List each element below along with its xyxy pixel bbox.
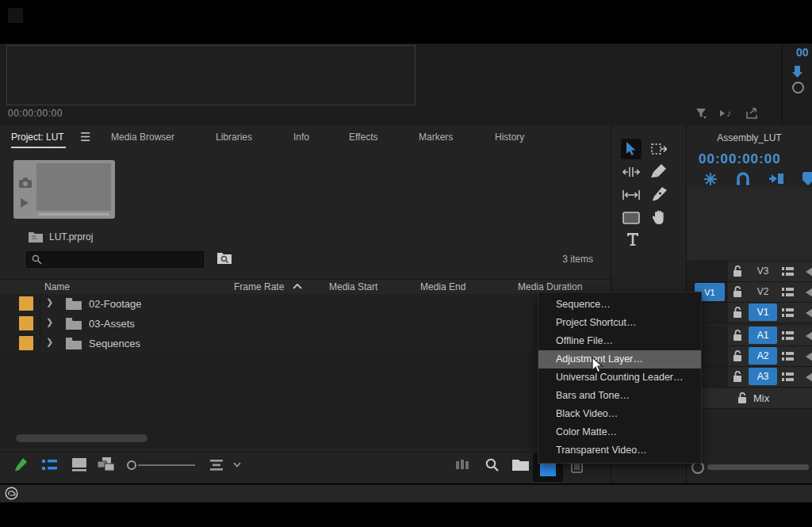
creative-cloud-icon[interactable]: [5, 487, 18, 500]
project-row-03-assets[interactable]: ❯03-Assets: [0, 314, 611, 334]
tab-markers[interactable]: Markers: [419, 132, 453, 143]
track-edge-icon[interactable]: [806, 331, 812, 341]
menu-item-bars-and-tone[interactable]: Bars and Tone…: [538, 387, 701, 405]
linked-selection-icon[interactable]: [768, 172, 784, 185]
track-output-icon[interactable]: [782, 307, 794, 318]
zoom-slider[interactable]: [127, 460, 197, 470]
track-target-a2[interactable]: A2: [749, 347, 777, 365]
sort-ascending-icon[interactable]: [293, 283, 302, 289]
monitor-timecode[interactable]: 00:00:00:00: [8, 108, 63, 119]
menu-item-color-matte[interactable]: Color Matte…: [538, 423, 701, 441]
track-edge-icon[interactable]: [806, 308, 812, 318]
column-media-duration[interactable]: Media Duration: [518, 281, 582, 292]
mix-track-label[interactable]: Mix: [753, 392, 769, 404]
tab-effects[interactable]: Effects: [349, 132, 377, 143]
track-lock-icon[interactable]: [733, 307, 742, 318]
find-icon[interactable]: [485, 457, 500, 472]
track-edge-icon[interactable]: [806, 372, 812, 382]
tab-media-browser[interactable]: Media Browser: [111, 132, 174, 143]
bin-name[interactable]: 03-Assets: [89, 318, 135, 330]
icon-view-button[interactable]: [72, 458, 86, 472]
selection-tool-button[interactable]: [621, 139, 642, 159]
menu-item-project-shortcut[interactable]: Project Shortcut…: [538, 314, 701, 332]
track-edge-icon[interactable]: [806, 352, 812, 361]
ripple-edit-tool-button[interactable]: [621, 162, 642, 182]
timeline-timecode[interactable]: 00:00:00:00: [699, 151, 781, 167]
bin-name[interactable]: 02-Footage: [89, 298, 142, 310]
track-select-forward-tool-button[interactable]: [649, 139, 669, 159]
chevron-down-icon[interactable]: [233, 462, 241, 468]
color-label-swatch[interactable]: [19, 316, 33, 330]
add-marker-icon[interactable]: [802, 172, 812, 185]
pen-tool-button[interactable]: [649, 184, 669, 204]
column-media-start[interactable]: Media Start: [329, 281, 377, 292]
search-input[interactable]: [26, 251, 204, 268]
project-row-sequences[interactable]: ❯Sequences: [0, 334, 611, 354]
column-name[interactable]: Name: [44, 281, 70, 292]
timeline-title[interactable]: Assembly_LUT: [687, 132, 812, 143]
track-output-icon[interactable]: [782, 351, 794, 361]
track-lock-icon[interactable]: [733, 265, 742, 277]
track-edge-icon[interactable]: [806, 288, 812, 297]
nest-sequences-icon[interactable]: [703, 172, 718, 186]
track-output-icon[interactable]: [782, 266, 794, 277]
disclosure-chevron-icon[interactable]: ❯: [46, 337, 53, 347]
automate-sequence-icon[interactable]: [456, 460, 472, 471]
horizontal-scrollbar-thumb[interactable]: [16, 434, 147, 442]
disclosure-chevron-icon[interactable]: ❯: [46, 297, 53, 307]
breadcrumb[interactable]: LUT.prproj: [29, 231, 43, 243]
monitor-viewport[interactable]: [6, 45, 416, 105]
track-target-v1[interactable]: V1: [749, 304, 777, 321]
track-target-v2[interactable]: V2: [749, 283, 777, 300]
hand-tool-button[interactable]: [649, 207, 669, 227]
tab-history[interactable]: History: [495, 132, 524, 143]
type-tool-button[interactable]: [622, 229, 643, 250]
project-row-02-footage[interactable]: ❯02-Footage: [0, 294, 611, 315]
menu-item-transparent-video[interactable]: Transparent Video…: [538, 441, 701, 460]
disclosure-chevron-icon[interactable]: ❯: [46, 317, 53, 327]
track-lock-icon[interactable]: [733, 350, 742, 361]
track-target-v3[interactable]: V3: [749, 262, 777, 280]
snap-icon[interactable]: [736, 172, 750, 185]
menu-item-offline-file[interactable]: Offline File…: [538, 332, 701, 350]
color-label-swatch[interactable]: [19, 296, 33, 311]
track-target-a1[interactable]: A1: [749, 327, 777, 344]
tab-project-lut[interactable]: Project: LUT: [11, 132, 64, 143]
menu-item-adjustment-layer[interactable]: Adjustment Layer…: [538, 350, 701, 369]
track-lock-icon[interactable]: [733, 286, 742, 297]
freeform-view-button[interactable]: [98, 457, 115, 472]
play-audio-icon[interactable]: ♪: [718, 107, 734, 120]
new-bin-icon[interactable]: [512, 458, 529, 471]
bin-name[interactable]: Sequences: [89, 338, 140, 349]
preview-thumbnail[interactable]: [13, 160, 115, 219]
overwrite-icon[interactable]: [792, 82, 804, 94]
sort-options-icon[interactable]: [209, 460, 224, 471]
track-lock-icon[interactable]: [733, 371, 742, 382]
rectangle-tool-button[interactable]: [621, 208, 642, 228]
export-frame-icon[interactable]: [745, 107, 760, 120]
panel-menu-icon[interactable]: ☰: [80, 130, 90, 144]
track-output-icon[interactable]: [782, 372, 794, 382]
track-edge-icon[interactable]: [806, 267, 812, 277]
timeline-ruler-area[interactable]: [687, 187, 812, 262]
writable-pencil-icon[interactable]: [13, 457, 28, 473]
insert-icon[interactable]: [791, 66, 804, 80]
filter-icon[interactable]: [695, 107, 707, 120]
menu-item-sequence[interactable]: Sequence…: [538, 296, 701, 314]
source-patch-gutter[interactable]: [687, 262, 728, 281]
timeline-scrollbar[interactable]: [707, 464, 809, 470]
list-view-button[interactable]: [42, 459, 57, 472]
menu-item-black-video[interactable]: Black Video…: [538, 405, 701, 423]
menu-item-universal-counting-leader[interactable]: Universal Counting Leader…: [538, 369, 701, 387]
search-bin-button[interactable]: [216, 250, 234, 267]
column-frame-rate[interactable]: Frame Rate: [234, 281, 284, 292]
color-label-swatch[interactable]: [19, 336, 33, 350]
column-media-end[interactable]: Media End: [420, 281, 465, 292]
track-lock-icon[interactable]: [737, 392, 747, 403]
track-output-icon[interactable]: [782, 330, 794, 341]
track-output-icon[interactable]: [782, 287, 794, 297]
tab-libraries[interactable]: Libraries: [216, 132, 252, 143]
track-target-a3[interactable]: A3: [749, 368, 777, 385]
slip-tool-button[interactable]: [621, 185, 642, 205]
tab-info[interactable]: Info: [293, 132, 309, 143]
